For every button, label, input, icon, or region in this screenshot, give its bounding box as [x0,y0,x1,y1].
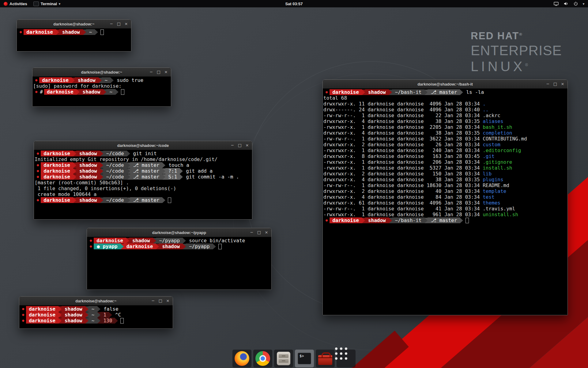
output-text: -rwxrwxr-x. 1 darknoise darknoise 240 Ja… [323,148,483,153]
terminal-line: -rwxrwxr-x. 1 darknoise darknoise 206 Ja… [323,159,567,165]
minimize-button[interactable]: − [108,21,115,27]
output-text: drwxrwxr-x. 11 darknoise darknoise 4096 … [323,101,483,107]
prompt-user-segment: darknoise [39,77,72,83]
close-button[interactable]: × [163,69,169,75]
directory-name: aliases [483,118,503,124]
minimize-button[interactable]: − [148,69,155,75]
terminal-window-sudo: darknoise@shadow:~ − □ × ●darknoiseshado… [32,67,171,107]
powerline-separator [115,89,119,95]
close-button[interactable]: × [123,21,130,27]
powerline-separator [73,163,76,168]
close-button[interactable]: × [559,81,566,87]
powerline-separator [111,78,114,83]
rhel-branding: RED HAT® ENTERPRISE LINUX® [471,30,562,75]
close-button[interactable]: × [244,142,251,149]
terminal-line: ●darknoiseshadow~130 [20,318,172,324]
window-titlebar[interactable]: darknoise@shadow:~ − □ × [32,68,171,77]
dock-firefox[interactable] [232,350,251,367]
powerline-separator [389,90,392,95]
distro-icon: ● [35,174,41,180]
activities-button[interactable]: Activities [4,0,27,7]
powerline-separator [115,318,118,324]
window-titlebar[interactable]: darknoise@shadow:~ − □ × [17,20,131,29]
terminal-window-code: darknoise@shadow:~/code − □ × ●darknoise… [34,141,252,220]
output-text: drwxrwxr-x. 2 darknoise darknoise 40 Jan… [323,188,483,194]
terminal-window-pyapp: darknoise@shadow:~/pyapp − □ × ●darknois… [87,228,272,290]
dock-terminal[interactable]: $> [295,350,314,367]
prompt-host-segment: shadow [76,151,100,156]
terminal-line: drwxrwxr-x. 2 darknoise darknoise 26 Jan… [323,142,567,148]
powerline-separator [85,306,89,312]
maximize-button[interactable]: □ [236,142,243,149]
window-titlebar[interactable]: darknoise@shadow:~/code − □ × [34,141,252,150]
app-menu-terminal[interactable]: Terminal ▾ [33,0,60,7]
maximize-button[interactable]: □ [157,297,164,304]
directory-name: themes [483,200,500,206]
terminal-content[interactable]: ●darknoiseshadow~/bash-it⎇ masterls -lat… [323,89,567,315]
terminal-line: ●darknoiseshadow~/codegit init [35,151,251,156]
prompt-host-segment: shadow [76,162,100,168]
terminal-line: ●● pyappdarknoiseshadow~/pyapp [88,243,271,249]
terminal-content[interactable]: ●darknoiseshadow~false●darknoiseshadow~1… [19,305,173,328]
terminal-content[interactable]: ●darknoiseshadow~/codegit initInitialize… [34,150,252,219]
terminal-line: [sudo] password for darknoise: [33,83,170,89]
dock-chrome[interactable] [253,350,272,367]
prompt-path-segment: ~ [89,306,98,312]
prompt-user-segment: darknoise [41,174,73,180]
minimize-button[interactable]: − [545,81,551,87]
dock-toolbox[interactable] [316,350,335,367]
terminal-icon: $> [298,353,311,364]
maximize-button[interactable]: □ [552,81,559,87]
dock-files[interactable] [274,350,293,367]
prompt-path-segment: ~/code [103,162,127,168]
clock[interactable]: Sat 03:57 [285,2,303,6]
terminal-content[interactable]: ●darknoiseshadow~/pyappsource bin/activa… [87,237,271,289]
prompt-host-segment: shadow [365,89,389,95]
terminal-line: drwxrwxr-x. 4 darknoise darknoise 84 Jan… [323,194,567,200]
minimize-button[interactable]: − [229,142,236,149]
maximize-button[interactable]: □ [115,21,122,27]
terminal-line: Initialized empty Git repository in /hom… [35,156,251,162]
maximize-button[interactable]: □ [155,69,162,75]
output-text: -rw-rw-r--. 1 darknoise darknoise 41 Jan… [323,206,483,212]
powerline-separator [460,218,463,223]
window-titlebar[interactable]: darknoise@shadow:~/bash-it − □ × [323,80,567,89]
terminal-content[interactable]: ●darknoiseshadow~ [17,29,131,51]
dock-app-grid[interactable] [337,350,356,367]
terminal-line: ●darknoiseshadow~/pyappsource bin/activa… [88,238,271,243]
terminal-line: create mode 100644 a [35,191,251,197]
terminal-icon [33,2,39,6]
minimize-button[interactable]: − [248,229,255,236]
prompt-git-branch-segment: ⎇ master [130,197,163,203]
powerline-separator [100,197,103,203]
window-titlebar[interactable]: darknoise@shadow:~/pyapp − □ × [87,228,271,237]
terminal-content[interactable]: ●darknoiseshadow~sudo true[sudo] passwor… [32,77,171,106]
prompt-path-segment: ~/code [103,174,127,180]
output-text: -rwxrwxr-x. 1 darknoise darknoise 961 Ja… [323,212,483,217]
prompt-git-status-segment: ?:1 [165,168,180,174]
prompt-host-segment: shadow [159,243,183,249]
system-tray[interactable]: ▾ [553,1,588,6]
terminal-line: -rwxrwxr-x. 1 darknoise darknoise 2205 J… [323,124,567,130]
maximize-button[interactable]: □ [256,229,262,236]
output-text: drwxrwxr-x. 4 darknoise darknoise 38 Jan… [323,177,483,182]
powerline-separator [100,163,103,168]
terminal-line: ●darknoiseshadow~1^C [20,312,172,318]
window-titlebar[interactable]: darknoise@shadow:~ − □ × [19,297,173,305]
prompt-host-segment: shadow [365,217,389,223]
distro-icon: ● [35,151,41,156]
prompt-user-segment: darknoise [26,318,58,324]
prompt-user-segment: darknoise [41,197,73,203]
app-grid-icon [340,352,352,365]
terminal-line: -rw-rw-r--. 1 darknoise darknoise 22 Jan… [323,113,567,118]
terminal-line: -rwxrwxr-x. 1 darknoise darknoise 961 Ja… [323,212,567,217]
prompt-git-branch-segment: ⎇ master [130,174,163,180]
close-button[interactable]: × [164,297,171,304]
output-text: [sudo] password for darknoise: [33,83,122,89]
terminal-window-home-1: darknoise@shadow:~ − □ × ●darknoiseshado… [17,19,131,52]
prompt-host-segment: shadow [62,306,85,312]
close-button[interactable]: × [263,229,270,236]
minimize-button[interactable]: − [150,297,156,304]
powerline-separator [100,168,103,174]
powerline-separator [180,174,183,180]
